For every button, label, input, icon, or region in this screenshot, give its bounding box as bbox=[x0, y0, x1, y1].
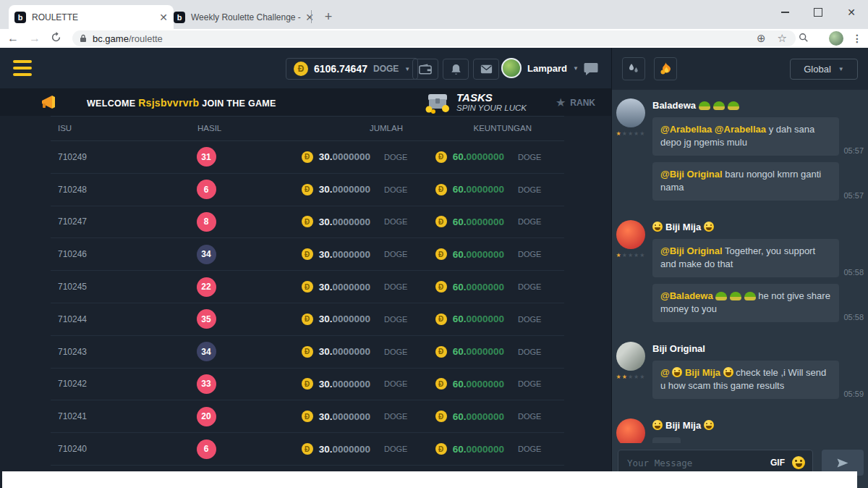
menu-hamburger-icon[interactable] bbox=[13, 60, 32, 76]
emoji-picker-icon[interactable] bbox=[792, 456, 805, 469]
bell-icon bbox=[451, 64, 461, 75]
cell-result: 22 bbox=[152, 277, 260, 297]
col-header-amount: JUMLAH bbox=[370, 124, 403, 132]
zoom-page-icon[interactable]: ⊕ bbox=[757, 32, 766, 45]
star-icon: ★ bbox=[556, 96, 566, 109]
doge-coin-icon: Đ bbox=[294, 62, 308, 76]
notifications-button[interactable] bbox=[443, 59, 469, 80]
window-controls: ✕ bbox=[768, 0, 868, 25]
laugh-emoji bbox=[704, 420, 714, 430]
search-icon[interactable] bbox=[799, 33, 809, 45]
turtle-emoji bbox=[713, 101, 725, 110]
cell-currency: DOGE bbox=[506, 445, 564, 453]
doge-coin-icon: Đ bbox=[435, 443, 447, 455]
cell-amount: Đ30.0000000 bbox=[260, 314, 373, 325]
user-name: Lampard bbox=[527, 63, 567, 74]
doge-coin-icon: Đ bbox=[435, 184, 447, 195]
chat-group-body: Baladewa@Arabellaa @Arabellaa y dah sana… bbox=[652, 98, 864, 207]
forward-icon[interactable]: → bbox=[29, 32, 41, 45]
turtle-emoji bbox=[699, 101, 710, 110]
coin-drop-button[interactable] bbox=[654, 57, 677, 80]
gif-button[interactable]: GIF bbox=[770, 458, 785, 468]
avatar[interactable] bbox=[616, 342, 645, 371]
user-rating-stars: ★★★★★ bbox=[615, 252, 647, 258]
doge-coin-icon: Đ bbox=[302, 184, 313, 195]
message-input[interactable] bbox=[626, 457, 763, 469]
welcome-message: WELCOME Rsjsbvvrvrb JOIN THE GAME bbox=[87, 97, 276, 109]
cell-profit: Đ60.0000000 bbox=[416, 184, 506, 195]
new-tab-button[interactable]: + bbox=[318, 7, 339, 27]
maximize-button[interactable] bbox=[801, 0, 835, 25]
reload-icon[interactable] bbox=[51, 32, 61, 46]
rain-feature-button[interactable] bbox=[622, 57, 645, 80]
cell-amount: Đ30.0000000 bbox=[260, 443, 373, 455]
result-badge: 31 bbox=[197, 147, 216, 167]
avatar[interactable] bbox=[616, 220, 645, 249]
close-button[interactable]: ✕ bbox=[835, 0, 868, 25]
rank-button[interactable]: ★ RANK bbox=[556, 96, 595, 109]
wallet-button[interactable] bbox=[412, 59, 438, 80]
doge-coin-icon: Đ bbox=[435, 151, 447, 163]
table-row: 71024120Đ30.0000000DOGEĐ60.0000000DOGE bbox=[51, 400, 564, 433]
turtle-emoji bbox=[730, 292, 741, 300]
user-menu[interactable]: Lampard ▼ bbox=[501, 57, 579, 79]
bottom-white-strip bbox=[2, 471, 857, 488]
balance-currency: DOGE bbox=[373, 64, 399, 74]
laugh-emoji bbox=[672, 367, 682, 377]
url-bar[interactable]: bc.game/roulette bbox=[72, 30, 796, 46]
doge-coin-icon: Đ bbox=[302, 314, 313, 325]
message-timestamp: 05:59 bbox=[843, 390, 864, 399]
mention-link[interactable]: @Biji Original bbox=[660, 245, 723, 256]
doge-coin-icon: Đ bbox=[302, 151, 313, 163]
tab-weekly-challenge[interactable]: b Weekly Roulette Challenge - Win ✕ bbox=[168, 5, 320, 29]
avatar[interactable] bbox=[616, 418, 645, 443]
user-rating-stars: ★★★★★ bbox=[615, 130, 647, 137]
result-badge: 34 bbox=[197, 245, 216, 264]
welcomed-username: Rsjsbvvrvrb bbox=[138, 97, 199, 109]
bookmark-star-icon[interactable]: ☆ bbox=[778, 32, 787, 45]
tab-close-icon[interactable]: ✕ bbox=[305, 12, 314, 23]
balance-selector[interactable]: Đ 6106.74647 DOGE ▼ bbox=[286, 58, 418, 80]
mention-link[interactable]: @Arabellaa bbox=[715, 124, 766, 135]
mention-link[interactable]: @ bbox=[660, 367, 670, 378]
cell-profit: Đ60.0000000 bbox=[416, 314, 506, 325]
doge-coin-icon: Đ bbox=[302, 443, 313, 455]
col-header-profit: KEUNTUNGAN bbox=[473, 124, 532, 132]
cell-result: 33 bbox=[152, 374, 260, 394]
mention-link[interactable]: Biji Mija bbox=[685, 367, 720, 378]
chat-message-group: ★★★★★Biji Mija@Biji Original Together, y… bbox=[615, 220, 864, 329]
doge-coin-icon: Đ bbox=[435, 216, 447, 227]
chat-channel-select[interactable]: Global ▼ bbox=[790, 59, 858, 80]
chat-username[interactable]: Biji Mija bbox=[652, 222, 864, 232]
cell-currency: DOGE bbox=[506, 379, 564, 388]
tab-roulette[interactable]: b ROULETTE ✕ bbox=[9, 5, 174, 29]
table-row: 7102406Đ30.0000000DOGEĐ60.0000000DOGE bbox=[51, 433, 564, 466]
chat-message-group: ★★★★★Biji Original@ Biji Mija check tele… bbox=[615, 342, 864, 405]
user-rating-stars: ★★★★★ bbox=[615, 374, 647, 380]
chat-username[interactable]: Biji Mija bbox=[652, 420, 864, 431]
chat-messages: ★★★★★Baladewa@Arabellaa @Arabellaa y dah… bbox=[612, 90, 868, 443]
bets-table-header: ISU HASIL JUMLAH KEUNTUNGAN bbox=[51, 117, 564, 141]
chat-toggle-button[interactable] bbox=[579, 59, 603, 78]
table-row: 7102486Đ30.0000000DOGEĐ60.0000000DOGE bbox=[51, 174, 564, 206]
minimize-button[interactable] bbox=[768, 0, 801, 25]
chat-message: @Biji Original baru nongol kmrn ganti na… bbox=[652, 162, 864, 201]
tasks-button[interactable]: TASKS SPIN YOUR LUCK bbox=[423, 90, 527, 114]
browser-profile-avatar[interactable] bbox=[829, 31, 843, 46]
chat-username[interactable]: Baladewa bbox=[652, 100, 864, 111]
cell-currency: DOGE bbox=[373, 282, 416, 291]
chat-panel: Global ▼ ★★★★★Baladewa@Arabellaa @Arabel… bbox=[611, 48, 868, 488]
cell-currency: DOGE bbox=[506, 348, 564, 356]
turtle-emoji bbox=[728, 101, 739, 110]
mention-link[interactable]: @Biji Original bbox=[660, 169, 723, 180]
back-icon[interactable]: ← bbox=[7, 32, 19, 45]
bets-table: ISU HASIL JUMLAH KEUNTUNGAN 71024931Đ30.… bbox=[51, 116, 564, 466]
mention-link[interactable]: @Baladewa bbox=[660, 290, 713, 301]
chat-username[interactable]: Biji Original bbox=[652, 343, 864, 354]
table-row: 71024634Đ30.0000000DOGEĐ60.0000000DOGE bbox=[51, 238, 564, 271]
mention-link[interactable]: @Arabellaa bbox=[660, 124, 712, 135]
tab-close-icon[interactable]: ✕ bbox=[159, 12, 168, 23]
browser-menu-icon[interactable]: ⋮ bbox=[852, 33, 862, 44]
messages-button[interactable] bbox=[473, 59, 499, 80]
avatar[interactable] bbox=[616, 98, 645, 127]
